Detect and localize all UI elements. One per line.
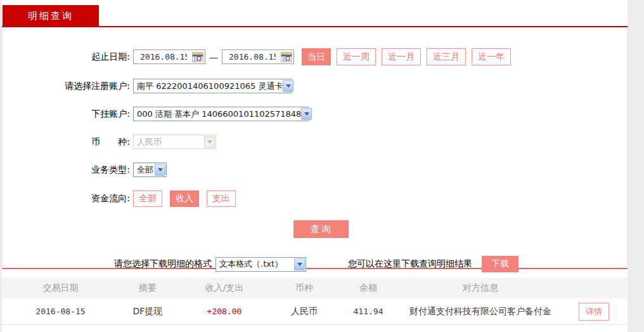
register-account-value: 南平 6222001406100921065 灵通卡	[137, 81, 283, 92]
cell-amount: +208.00	[176, 307, 273, 316]
tab-detail-query[interactable]: 明细查询	[3, 5, 99, 27]
fund-flow-row: 资金流向: 全部 收入 支出	[3, 190, 627, 207]
cell-balance: 411.94	[336, 307, 401, 316]
cell-summary: DF提现	[119, 306, 176, 317]
download-format-select[interactable]: 文本格式（.txt）	[216, 257, 306, 272]
sub-account-select[interactable]: 000 活期 基本户 1406600101102571848	[133, 107, 309, 121]
detail-button[interactable]: 详情	[579, 303, 609, 321]
calendar-icon[interactable]	[192, 52, 203, 62]
end-date-field[interactable]	[222, 50, 294, 64]
page-container: 明细查询 起止日期: — 当日 近一周 近一月 近三月 近一年	[2, 0, 628, 332]
currency-value: 人民币	[137, 136, 162, 148]
fund-flow-group: 全部 收入 支出	[133, 190, 236, 207]
register-account-label: 请选择注册账户:	[3, 81, 133, 92]
results-table: 交易日期 摘要 收入/支出 币种 余额 对方信息 2016-08-15 DF提现…	[2, 277, 628, 325]
date-separator: —	[209, 52, 218, 62]
quick-range-group: 当日 近一周 近一月 近三月 近一年	[302, 48, 511, 65]
start-date-input[interactable]	[140, 52, 187, 62]
download-hint-text: 您可以在这里下载查询明细结果	[348, 258, 472, 270]
header-balance: 余额	[336, 282, 401, 294]
business-type-row: 业务类型: 全部	[3, 163, 627, 177]
query-form-panel: 起止日期: — 当日 近一周 近一月 近三月 近一年 请选择注册账户: 南平	[2, 27, 628, 269]
header-counterparty: 对方信息	[401, 282, 560, 294]
download-button[interactable]: 下载	[482, 256, 518, 272]
chevron-down-icon	[204, 136, 215, 148]
fund-flow-income-button[interactable]: 收入	[170, 190, 199, 207]
fund-flow-all-button[interactable]: 全部	[133, 190, 162, 207]
cell-counterparty: 财付通支付科技有限公司客户备付金	[401, 306, 560, 317]
register-account-select[interactable]: 南平 6222001406100921065 灵通卡	[133, 79, 292, 93]
header-income-expense: 收入/支出	[176, 282, 273, 294]
download-format-value: 文本格式（.txt）	[219, 258, 283, 270]
fund-flow-expense-button[interactable]: 支出	[207, 190, 236, 207]
date-range-label: 起止日期:	[3, 51, 133, 63]
quick-range-year-button[interactable]: 近一年	[472, 48, 511, 65]
sub-account-label: 下挂账户:	[3, 109, 133, 120]
cell-trade-date: 2016-08-15	[2, 307, 119, 316]
chevron-down-icon	[294, 258, 305, 270]
cell-currency: 人民币	[273, 306, 336, 317]
header-currency: 币种	[273, 282, 336, 294]
chevron-down-icon	[155, 164, 165, 176]
query-button[interactable]: 查询	[293, 220, 349, 238]
end-date-input[interactable]	[229, 52, 276, 62]
download-row: 请您选择下载明细的格式 文本格式（.txt） 您可以在这里下载查询明细结果 下载	[3, 256, 627, 272]
table-header-row: 交易日期 摘要 收入/支出 币种 余额 对方信息	[2, 277, 628, 298]
download-format-label: 请您选择下载明细的格式	[114, 258, 212, 270]
business-type-value: 全部	[137, 164, 153, 176]
date-range-row: 起止日期: — 当日 近一周 近一月 近三月 近一年	[3, 48, 627, 65]
cell-action: 详情	[560, 303, 628, 321]
sub-account-row: 下挂账户: 000 活期 基本户 1406600101102571848	[3, 107, 627, 121]
chevron-down-icon	[301, 108, 312, 120]
sub-account-value: 000 活期 基本户 1406600101102571848	[137, 109, 301, 120]
calendar-icon[interactable]	[281, 52, 292, 62]
tab-label: 明细查询	[28, 10, 74, 22]
business-type-label: 业务类型:	[3, 164, 133, 176]
chevron-down-icon	[283, 80, 293, 92]
tab-bar: 明细查询	[2, 0, 628, 27]
fund-flow-label: 资金流向:	[3, 193, 133, 204]
business-type-select[interactable]: 全部	[133, 163, 167, 177]
currency-select: 人民币	[133, 135, 216, 149]
register-account-row: 请选择注册账户: 南平 6222001406100921065 灵通卡	[3, 79, 627, 93]
quick-range-week-button[interactable]: 近一周	[337, 48, 376, 65]
header-trade-date: 交易日期	[2, 282, 119, 294]
start-date-field[interactable]	[133, 50, 205, 64]
quick-range-3months-button[interactable]: 近三月	[427, 48, 466, 65]
quick-range-today-button[interactable]: 当日	[302, 48, 331, 65]
header-summary: 摘要	[119, 282, 176, 294]
currency-label: 币 种:	[3, 136, 133, 148]
quick-range-month-button[interactable]: 近一月	[382, 48, 421, 65]
table-row: 2016-08-15 DF提现 +208.00 人民币 411.94 财付通支付…	[2, 298, 628, 325]
currency-row: 币 种: 人民币	[3, 135, 627, 149]
